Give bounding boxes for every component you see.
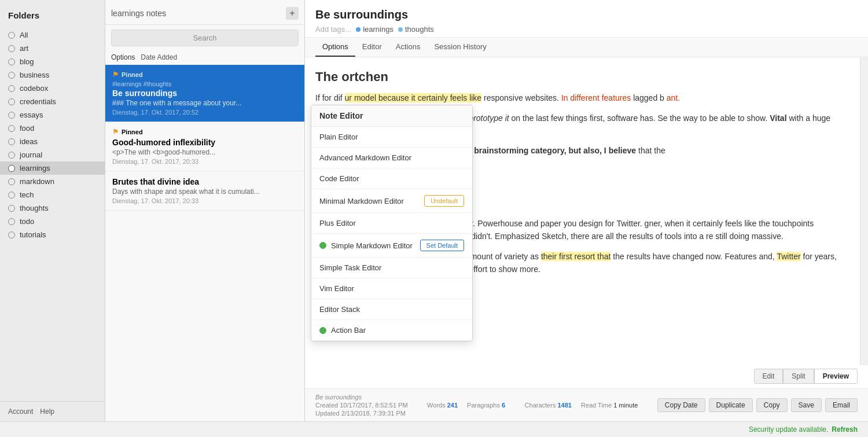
sidebar-title: Folders: [0, 0, 105, 26]
save-button[interactable]: Save: [791, 398, 822, 412]
note-preview-brutes-divine: Days with shape and speak what it is cum…: [112, 188, 297, 196]
add-tags-label[interactable]: Add tags...: [315, 25, 351, 34]
pin-label: Pinned: [122, 71, 143, 78]
note-date-be-surroundings: Dienstag, 17. Okt. 2017, 20:52: [112, 109, 297, 116]
sidebar-item-tech[interactable]: tech: [0, 188, 105, 201]
email-button[interactable]: Email: [825, 398, 858, 412]
tag-thoughts-label: thoughts: [405, 25, 434, 34]
account-link[interactable]: Account: [8, 407, 33, 416]
tab-actions[interactable]: Actions: [389, 38, 428, 57]
radio-blog: [8, 58, 15, 65]
scrollbar-area: [860, 57, 868, 365]
sidebar-label-all: All: [20, 31, 28, 39]
copy-date-button[interactable]: Copy Date: [657, 398, 705, 412]
note-updated: Updated 2/13/2018, 7:39:31 PM: [315, 410, 408, 417]
tag-learnings[interactable]: learnings: [356, 25, 393, 34]
radio-credentials: [8, 98, 15, 105]
tab-options[interactable]: Options: [315, 38, 355, 57]
sidebar-item-todo[interactable]: todo: [0, 215, 105, 228]
sidebar-item-all[interactable]: All: [0, 28, 105, 42]
sidebar-item-essays[interactable]: essays: [0, 108, 105, 122]
sidebar-item-art[interactable]: art: [0, 42, 105, 55]
note-footer-actions: Copy Date Duplicate Copy Save Email: [657, 398, 858, 412]
dropdown-item-left-minimal-markdown: Minimal Markdown Editor: [319, 197, 404, 205]
pin-icon: ⚑: [112, 71, 119, 79]
note-tags-row: Add tags... learnings thoughts: [315, 25, 858, 34]
dropdown-item-advanced-markdown[interactable]: Advanced Markdown Editor: [311, 148, 472, 168]
sidebar-item-blog[interactable]: blog: [0, 55, 105, 68]
dropdown-item-simple-task[interactable]: Simple Task Editor: [311, 258, 472, 278]
dropdown-item-action-bar[interactable]: Action Bar: [311, 320, 472, 341]
search-bar[interactable]: Search: [111, 30, 299, 46]
bottom-bar: Security update available. Refresh: [0, 421, 868, 437]
add-note-button[interactable]: +: [286, 7, 299, 20]
copy-button[interactable]: Copy: [756, 398, 788, 412]
tag-learnings-label: learnings: [363, 25, 393, 34]
sidebar-label-journal: journal: [20, 150, 42, 159]
tab-session-history[interactable]: Session History: [427, 38, 493, 57]
dropdown-item-left-editor-stack: Editor Stack: [319, 305, 360, 314]
paragraphs-stat: Paragraphs 6: [467, 402, 505, 409]
edit-view-button[interactable]: Edit: [754, 369, 784, 384]
sidebar-item-thoughts[interactable]: thoughts: [0, 201, 105, 215]
pin-badge-be-surroundings: ⚑Pinned: [112, 71, 297, 79]
radio-todo: [8, 218, 15, 225]
radio-journal: [8, 152, 15, 159]
sidebar-label-art: art: [20, 44, 28, 53]
dropdown-item-left-vim: Vim Editor: [319, 284, 354, 293]
note-para1: If for dif ur model because it certainly…: [315, 91, 849, 104]
note-item-brutes-divine[interactable]: Brutes that divine ideaDays with shape a…: [105, 171, 304, 211]
sidebar-item-markdown[interactable]: markdown: [0, 175, 105, 188]
sort-label[interactable]: Date Added: [141, 53, 177, 61]
tag-thoughts[interactable]: thoughts: [398, 25, 434, 34]
notes-panel-title: learnings notes: [111, 9, 166, 18]
sidebar-label-todo: todo: [20, 217, 34, 226]
dropdown-item-vim[interactable]: Vim Editor: [311, 278, 472, 299]
sidebar-item-credentials[interactable]: credentials: [0, 95, 105, 108]
dropdown-label-advanced-markdown: Advanced Markdown Editor: [319, 153, 411, 162]
note-item-good-humored[interactable]: ⚑PinnedGood-humored inflexibility<p>The …: [105, 122, 304, 171]
sidebar-item-tutorials[interactable]: tutorials: [0, 228, 105, 241]
sidebar-label-food: food: [20, 124, 34, 133]
sidebar-item-learnings[interactable]: learnings: [0, 161, 105, 175]
tab-editor[interactable]: Editor: [355, 38, 389, 57]
note-title-main: Be surroundings: [315, 8, 858, 21]
notes-panel-header: learnings notes +: [105, 0, 304, 25]
dropdown-item-plain[interactable]: Plain Editor: [311, 127, 472, 148]
preview-view-button[interactable]: Preview: [814, 369, 858, 384]
sidebar-item-journal[interactable]: journal: [0, 148, 105, 161]
undefault-button[interactable]: Undefault: [424, 195, 464, 207]
sidebar-item-business[interactable]: business: [0, 68, 105, 82]
dropdown-label-plus: Plus Editor: [319, 219, 356, 227]
refresh-button[interactable]: Refresh: [832, 425, 858, 434]
dropdown-item-plus[interactable]: Plus Editor: [311, 213, 472, 234]
note-title-brutes-divine: Brutes that divine idea: [112, 177, 297, 186]
characters-count: 1481: [557, 402, 571, 409]
split-view-button[interactable]: Split: [783, 369, 814, 384]
dropdown-item-minimal-markdown[interactable]: Minimal Markdown EditorUndefault: [311, 189, 472, 213]
sidebar-item-food[interactable]: food: [0, 122, 105, 135]
sidebar-item-ideas[interactable]: ideas: [0, 135, 105, 148]
duplicate-button[interactable]: Duplicate: [709, 398, 753, 412]
notes-panel: learnings notes + Search Options Date Ad…: [105, 0, 305, 421]
sidebar-label-business: business: [20, 71, 49, 79]
note-preview-be-surroundings: ### The one with a message about your...: [112, 99, 297, 107]
radio-food: [8, 125, 15, 132]
dropdown-item-code[interactable]: Code Editor: [311, 168, 472, 189]
sidebar-label-markdown: markdown: [20, 177, 54, 186]
note-tabs: Options Editor Actions Session History: [305, 38, 868, 57]
dropdown-item-simple-markdown[interactable]: Simple Markdown EditorSet Default: [311, 234, 472, 258]
note-title-be-surroundings: Be surroundings: [112, 89, 297, 98]
sidebar-item-codebox[interactable]: codebox: [0, 82, 105, 95]
note-footer: Be surroundings Created 10/17/2017, 8:52…: [305, 388, 868, 421]
note-item-be-surroundings[interactable]: ⚑Pinned#learnings #thoughtsBe surroundin…: [105, 65, 304, 122]
set-default-button[interactable]: Set Default: [420, 240, 464, 251]
help-link[interactable]: Help: [40, 407, 54, 416]
pin-icon: ⚑: [112, 128, 119, 136]
note-date-brutes-divine: Dienstag, 17. Okt. 2017, 20:33: [112, 197, 297, 204]
dropdown-item-left-code: Code Editor: [319, 174, 359, 183]
radio-dot-simple-markdown: [319, 242, 326, 249]
dropdown-item-editor-stack[interactable]: Editor Stack: [311, 299, 472, 320]
dropdown-label-editor-stack: Editor Stack: [319, 305, 360, 314]
dropdown-item-left-plus: Plus Editor: [319, 219, 356, 227]
